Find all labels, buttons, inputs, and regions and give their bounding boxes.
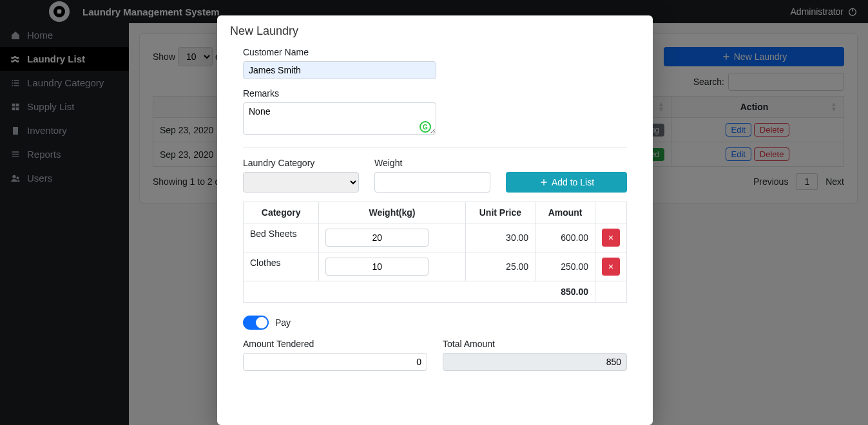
pay-label: Pay [275,317,291,328]
items-table: Category Weight(kg) Unit Price Amount Be… [243,202,627,303]
remove-item-button[interactable] [602,258,620,276]
weight-label: Weight [374,158,490,168]
close-icon [608,234,614,241]
pay-toggle[interactable] [243,316,269,330]
remove-item-button[interactable] [602,229,620,247]
weight-input[interactable] [374,172,490,193]
col-delete [595,202,627,223]
col-amount: Amount [535,202,595,223]
close-icon [608,263,614,270]
plus-icon [539,177,549,187]
cell-category: Clothes [244,252,319,281]
item-weight-input[interactable] [325,258,429,276]
total-amount-input [443,353,627,371]
total-amount: 850.00 [535,281,595,303]
item-weight-input[interactable] [325,229,429,247]
col-unit: Unit Price [465,202,535,223]
add-to-list-button[interactable]: Add to List [506,172,627,193]
item-row: Clothes 25.00 250.00 [244,252,627,281]
total-row: 850.00 [244,281,627,303]
new-laundry-modal: New Laundry Customer Name Remarks None G… [217,15,653,425]
cell-category: Bed Sheets [244,223,319,252]
cell-unit: 25.00 [465,252,535,281]
col-weight: Weight(kg) [319,202,465,223]
divider [243,147,627,147]
item-row: Bed Sheets 30.00 600.00 [244,223,627,252]
col-category: Category [244,202,319,223]
total-label: Total Amount [443,339,627,349]
cell-amount: 600.00 [535,223,595,252]
category-label: Laundry Category [243,158,359,168]
remarks-label: Remarks [243,88,627,99]
cell-amount: 250.00 [535,252,595,281]
tendered-label: Amount Tendered [243,339,427,349]
customer-name-input[interactable] [243,61,436,79]
cell-unit: 30.00 [465,223,535,252]
customer-label: Customer Name [243,47,627,57]
btn-label: Add to List [552,177,594,187]
category-select[interactable] [243,172,359,193]
remarks-input[interactable]: None [243,102,436,135]
amount-tendered-input[interactable] [243,353,427,371]
grammarly-icon: G [420,121,431,133]
modal-title: New Laundry [217,15,653,47]
